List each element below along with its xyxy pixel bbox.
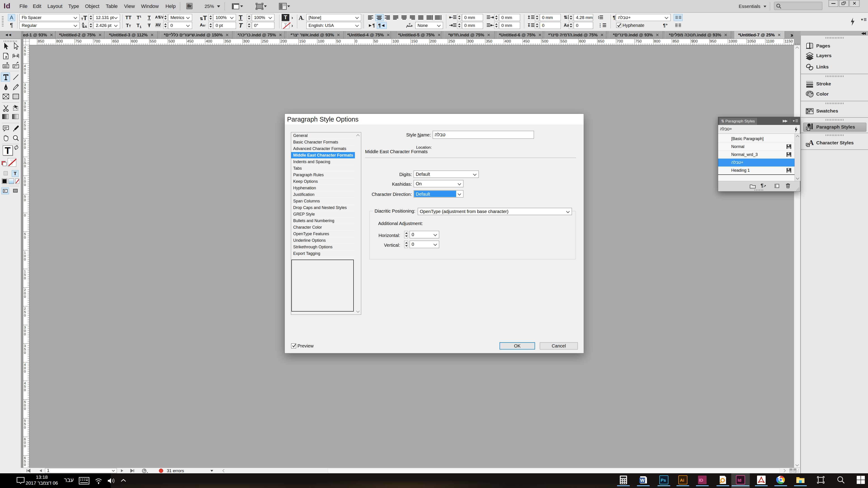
svg-text:Ps: Ps — [661, 478, 666, 483]
svg-text:Id: Id — [738, 478, 741, 483]
svg-text:Ai: Ai — [680, 478, 684, 483]
svg-text:A: A — [809, 139, 814, 147]
svg-text:W: W — [640, 478, 645, 483]
svg-text:ID: ID — [699, 478, 703, 483]
